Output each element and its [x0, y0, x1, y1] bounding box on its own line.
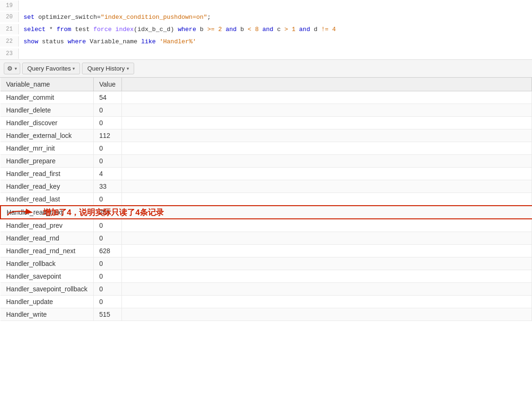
code-line-22: 22 show status where Variable_name like …	[0, 36, 532, 48]
chevron-down-icon: ▾	[15, 66, 17, 71]
table-row: Handler_read_last0	[0, 193, 532, 206]
cell-value: 0	[93, 142, 121, 155]
line-content: set optimizer_switch="index_condition_pu…	[19, 12, 216, 23]
table-row: Handler_write515	[0, 308, 532, 321]
cell-extra	[121, 219, 532, 232]
code-line-21: 21 select * from test force index(idx_b_…	[0, 24, 532, 36]
code-line-23: 23	[0, 48, 532, 59]
line-content: show status where Variable_name like 'Ha…	[19, 36, 201, 48]
cell-variable-name: Handler_read_last	[0, 193, 93, 206]
column-header-empty	[121, 78, 532, 91]
table-row: Handler_prepare0	[0, 155, 532, 168]
cell-value: 0	[93, 257, 121, 270]
line-number: 23	[0, 48, 19, 59]
cell-extra	[121, 232, 532, 245]
table-row: Handler_read_first4	[0, 168, 532, 180]
toolbar: ⚙ ▾ Query Favorites ▾ Query History ▾	[0, 60, 532, 78]
cell-extra	[121, 245, 532, 257]
results-container: Variable_name Value Handler_commit54Hand…	[0, 78, 532, 321]
cell-extra	[121, 104, 532, 117]
gear-button[interactable]: ⚙ ▾	[4, 63, 20, 74]
results-table: Variable_name Value Handler_commit54Hand…	[0, 78, 532, 321]
line-number: 20	[0, 12, 19, 22]
cell-extra	[121, 155, 532, 168]
table-row: Handler_mrr_init0	[0, 142, 532, 155]
line-number: 22	[0, 36, 19, 47]
gear-icon: ⚙	[7, 65, 13, 72]
cell-extra	[121, 168, 532, 180]
cell-variable-name: Handler_read_key	[0, 180, 93, 193]
cell-value: 0	[93, 270, 121, 283]
cell-variable-name: Handler_rollback	[0, 257, 93, 270]
cell-extra	[121, 193, 532, 206]
arrow-icon	[5, 205, 38, 219]
line-content: select * from test force index(idx_b_c_d…	[19, 24, 340, 35]
line-content	[19, 0, 28, 1]
cell-value: 54	[93, 91, 121, 104]
cell-extra	[121, 270, 532, 283]
query-favorites-label: Query Favorites	[27, 65, 71, 72]
cell-extra	[121, 91, 532, 104]
cell-extra	[121, 296, 532, 308]
cell-variable-name: Handler_mrr_init	[0, 142, 93, 155]
chevron-down-icon: ▾	[73, 66, 75, 71]
cell-value: 0	[93, 283, 121, 296]
column-header-value: Value	[93, 78, 121, 91]
table-row: Handler_read_next258 增加了4，说明实际只读了4条记录	[0, 206, 532, 219]
cell-variable-name: Handler_savepoint	[0, 270, 93, 283]
cell-variable-name: Handler_read_rnd_next	[0, 245, 93, 257]
cell-value: 0	[93, 155, 121, 168]
cell-extra	[121, 180, 532, 193]
chevron-down-icon: ▾	[127, 66, 129, 71]
table-row: Handler_external_lock112	[0, 129, 532, 142]
cell-variable-name: Handler_delete	[0, 104, 93, 117]
line-number: 19	[0, 0, 19, 11]
query-history-button[interactable]: Query History ▾	[82, 63, 134, 74]
cell-value: 0	[93, 117, 121, 129]
annotation-text: 增加了4，说明实际只读了4条记录	[43, 207, 164, 218]
cell-variable-name: Handler_update	[0, 296, 93, 308]
cell-value: 0	[93, 193, 121, 206]
code-line-19: 19	[0, 0, 532, 11]
table-row: Handler_savepoint0	[0, 270, 532, 283]
cell-extra	[121, 117, 532, 129]
table-row: Handler_discover0	[0, 117, 532, 129]
table-row: Handler_read_prev0	[0, 219, 532, 232]
table-row: Handler_commit54	[0, 91, 532, 104]
table-row: Handler_read_key33	[0, 180, 532, 193]
cell-value: 4	[93, 168, 121, 180]
column-header-variable-name: Variable_name	[0, 78, 93, 91]
cell-extra: 增加了4，说明实际只读了4条记录	[121, 206, 532, 219]
table-row: Handler_delete0	[0, 104, 532, 117]
cell-extra	[121, 283, 532, 296]
cell-value: 0	[93, 104, 121, 117]
table-row: Handler_read_rnd_next628	[0, 245, 532, 257]
cell-value: 628	[93, 245, 121, 257]
table-row: Handler_rollback0	[0, 257, 532, 270]
cell-value: 0	[93, 296, 121, 308]
cell-extra	[121, 129, 532, 142]
cell-value: 515	[93, 308, 121, 321]
code-line-20: 20 set optimizer_switch="index_condition…	[0, 11, 532, 24]
cell-variable-name: Handler_read_rnd	[0, 232, 93, 245]
cell-extra	[121, 142, 532, 155]
cell-variable-name: Handler_read_prev	[0, 219, 93, 232]
cell-variable-name: Handler_discover	[0, 117, 93, 129]
cell-value: 0	[93, 219, 121, 232]
cell-extra	[121, 257, 532, 270]
cell-value: 0	[93, 232, 121, 245]
cell-variable-name: Handler_write	[0, 308, 93, 321]
query-history-label: Query History	[87, 65, 124, 72]
cell-variable-name: Handler_commit	[0, 91, 93, 104]
cell-variable-name: Handler_savepoint_rollback	[0, 283, 93, 296]
line-content	[19, 48, 28, 49]
query-favorites-button[interactable]: Query Favorites ▾	[22, 63, 80, 74]
cell-value: 33	[93, 180, 121, 193]
table-row: Handler_read_rnd0	[0, 232, 532, 245]
cell-value: 112	[93, 129, 121, 142]
table-row: Handler_update0	[0, 296, 532, 308]
table-header-row: Variable_name Value	[0, 78, 532, 91]
cell-variable-name: Handler_read_first	[0, 168, 93, 180]
code-editor: 19 20 set optimizer_switch="index_condit…	[0, 0, 532, 60]
annotation-arrow	[5, 205, 38, 219]
